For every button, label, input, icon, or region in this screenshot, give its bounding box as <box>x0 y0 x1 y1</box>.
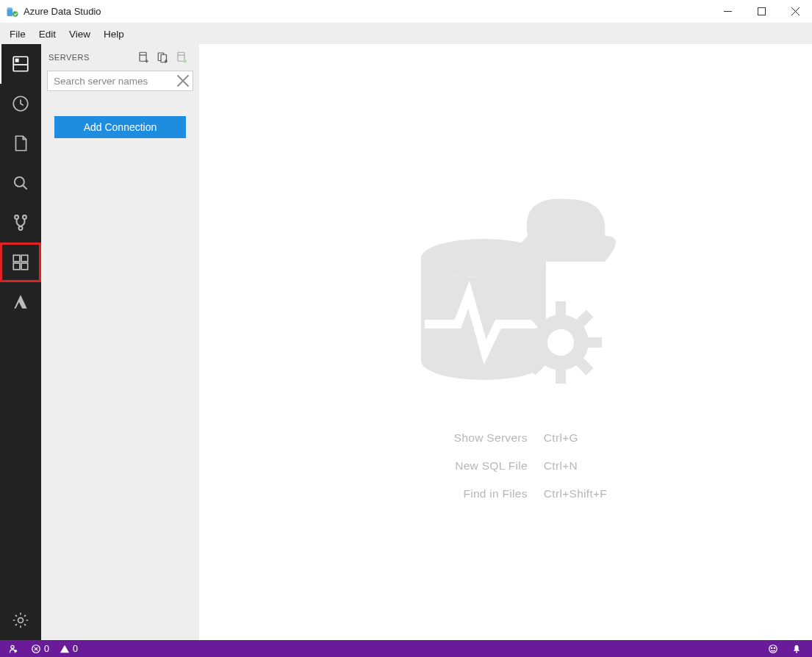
svg-rect-0 <box>7 8 13 16</box>
product-logo <box>395 170 616 405</box>
error-icon <box>31 644 41 654</box>
status-errors[interactable]: 0 <box>31 640 49 657</box>
shortcut-row: Find in Files Ctrl+Shift+F <box>404 487 607 500</box>
svg-point-36 <box>771 647 772 647</box>
shortcut-row: New SQL File Ctrl+N <box>404 459 607 473</box>
activity-extensions[interactable] <box>0 243 41 282</box>
status-warnings-count: 0 <box>73 644 78 654</box>
close-icon <box>176 74 190 87</box>
svg-point-7 <box>15 177 24 187</box>
maximize-button[interactable] <box>744 0 778 24</box>
bell-icon <box>791 644 802 654</box>
status-feedback[interactable] <box>768 644 781 654</box>
new-server-group-action[interactable] <box>154 48 173 67</box>
smiley-icon <box>768 644 778 654</box>
welcome-shortcuts: Show Servers Ctrl+G New SQL File Ctrl+N … <box>404 431 607 515</box>
remote-icon <box>7 644 18 654</box>
menubar: File Edit View Help <box>0 24 812 44</box>
activitybar <box>0 44 41 640</box>
svg-point-32 <box>11 645 14 648</box>
add-connection-button[interactable]: Add Connection <box>54 116 186 138</box>
shortcut-label: Show Servers <box>404 431 544 445</box>
servers-panel-header: SERVERS <box>41 44 199 71</box>
search-server-box <box>47 71 193 91</box>
svg-rect-13 <box>13 263 20 270</box>
svg-rect-3 <box>758 8 765 15</box>
svg-point-31 <box>547 329 574 356</box>
activity-task-history[interactable] <box>0 84 41 123</box>
statusbar: 0 0 <box>0 640 812 657</box>
task-history-icon <box>11 94 30 113</box>
status-errors-count: 0 <box>44 644 49 654</box>
activity-search[interactable] <box>0 163 41 203</box>
show-active-connections-action <box>173 48 192 67</box>
svg-rect-25 <box>520 337 534 348</box>
shortcut-keys: Ctrl+Shift+F <box>544 487 607 500</box>
menu-help[interactable]: Help <box>97 24 131 44</box>
settings-gear-icon <box>11 611 30 630</box>
svg-rect-26 <box>587 337 602 348</box>
status-warnings[interactable]: 0 <box>60 640 78 657</box>
activity-source-control[interactable] <box>0 203 41 243</box>
svg-point-33 <box>15 649 18 652</box>
menu-view[interactable]: View <box>62 24 97 44</box>
minimize-button[interactable] <box>711 0 744 24</box>
extensions-icon <box>11 253 30 272</box>
servers-panel: SERVERS <box>41 44 199 640</box>
activity-servers[interactable] <box>0 44 41 84</box>
svg-point-37 <box>774 647 775 647</box>
svg-point-2 <box>12 11 18 17</box>
svg-point-9 <box>23 215 26 219</box>
svg-point-15 <box>18 618 24 623</box>
svg-rect-11 <box>13 255 20 262</box>
svg-rect-12 <box>21 255 28 262</box>
menu-edit[interactable]: Edit <box>32 24 62 44</box>
new-connection-icon <box>137 51 151 64</box>
activity-azure[interactable] <box>0 282 41 322</box>
welcome-watermark: Show Servers Ctrl+G New SQL File Ctrl+N … <box>395 170 616 515</box>
new-server-group-icon <box>157 51 170 64</box>
shortcut-keys: Ctrl+N <box>544 459 578 473</box>
editor-area: Show Servers Ctrl+G New SQL File Ctrl+N … <box>199 44 812 640</box>
app-icon <box>6 5 19 18</box>
shortcut-label: Find in Files <box>404 487 544 500</box>
svg-rect-14 <box>21 263 28 270</box>
explorer-icon <box>11 134 30 153</box>
azure-icon <box>11 292 30 312</box>
svg-rect-23 <box>556 301 566 316</box>
activity-explorer[interactable] <box>0 123 41 163</box>
shortcut-row: Show Servers Ctrl+G <box>404 431 607 445</box>
svg-rect-16 <box>140 52 146 61</box>
titlebar: Azure Data Studio <box>0 0 812 24</box>
workbench: SERVERS <box>0 44 812 640</box>
svg-rect-24 <box>556 369 566 384</box>
clear-search-button[interactable] <box>176 74 190 87</box>
source-control-icon <box>11 213 30 232</box>
servers-icon <box>11 54 30 73</box>
search-icon <box>11 173 30 193</box>
servers-panel-title: SERVERS <box>48 53 134 62</box>
show-active-connections-icon <box>176 51 189 64</box>
close-button[interactable] <box>778 0 812 24</box>
svg-rect-19 <box>178 52 184 61</box>
svg-point-20 <box>184 60 187 63</box>
shortcut-keys: Ctrl+G <box>544 431 578 445</box>
new-connection-action[interactable] <box>134 48 154 67</box>
search-server-input[interactable] <box>48 71 193 90</box>
activity-settings[interactable] <box>0 600 41 640</box>
svg-point-8 <box>15 215 18 219</box>
window-title: Azure Data Studio <box>24 6 101 17</box>
svg-point-1 <box>7 7 13 10</box>
status-remote[interactable] <box>7 640 21 657</box>
shortcut-label: New SQL File <box>404 459 544 473</box>
window-controls <box>711 0 812 24</box>
status-notifications[interactable] <box>791 644 805 654</box>
warning-icon <box>60 644 70 654</box>
menu-file[interactable]: File <box>3 24 32 44</box>
svg-rect-5 <box>16 60 18 62</box>
svg-point-38 <box>796 651 797 653</box>
svg-point-21 <box>421 239 546 277</box>
svg-point-10 <box>19 226 23 230</box>
